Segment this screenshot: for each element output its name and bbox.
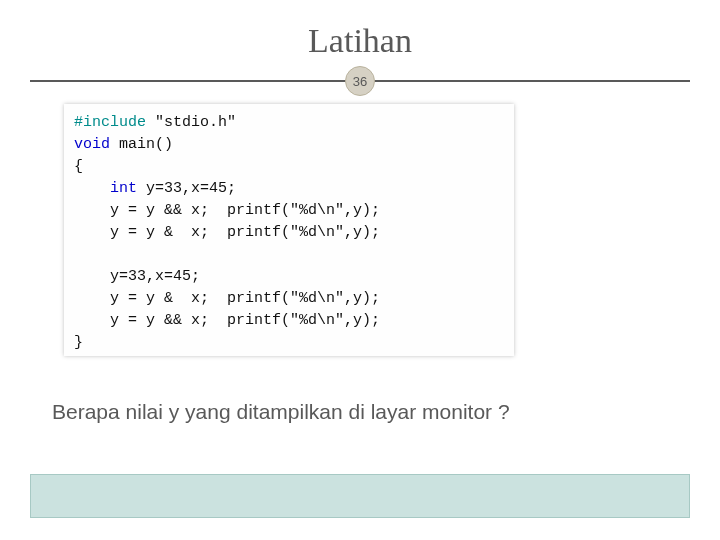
code-int-keyword: int [110, 180, 137, 197]
code-include-keyword: #include [74, 114, 146, 131]
code-indent [74, 224, 110, 241]
code-line-3: y = y & x; printf("%d\n",y); [110, 224, 380, 241]
question-text: Berapa nilai y yang ditampilkan di layar… [52, 400, 510, 424]
code-close-brace: } [74, 334, 83, 351]
page-number-badge: 36 [345, 66, 375, 96]
code-indent [74, 290, 110, 307]
code-main-sig: main() [110, 136, 173, 153]
code-open-brace: { [74, 158, 83, 175]
code-line-4: y=33,x=45; [110, 268, 200, 285]
code-line-6: y = y && x; printf("%d\n",y); [110, 312, 380, 329]
code-include-arg: "stdio.h" [146, 114, 236, 131]
slide: Latihan 36 #include "stdio.h" void main(… [0, 0, 720, 540]
footer-bar [30, 474, 690, 518]
code-indent [74, 180, 110, 197]
code-indent [74, 312, 110, 329]
code-decl1: y=33,x=45; [137, 180, 236, 197]
code-line-5: y = y & x; printf("%d\n",y); [110, 290, 380, 307]
code-block: #include "stdio.h" void main() { int y=3… [64, 104, 514, 356]
code-indent [74, 202, 110, 219]
code-indent [74, 268, 110, 285]
slide-title: Latihan [0, 22, 720, 60]
code-void-keyword: void [74, 136, 110, 153]
code-line-2: y = y && x; printf("%d\n",y); [110, 202, 380, 219]
